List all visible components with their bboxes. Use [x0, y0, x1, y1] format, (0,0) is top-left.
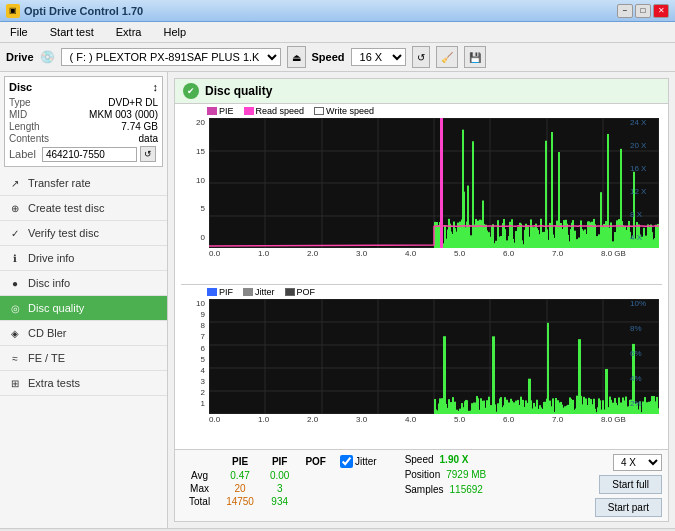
chart2-legend: PIF Jitter POF [175, 287, 668, 297]
length-label: Length [9, 121, 40, 132]
menu-extra[interactable]: Extra [110, 24, 148, 40]
stats-panel: PIE PIF POF Jitter [175, 449, 668, 521]
chart2-y-6: 6 [201, 344, 205, 353]
legend-pof: POF [285, 287, 316, 297]
length-value: 7.74 GB [121, 121, 158, 132]
total-pof [297, 495, 334, 508]
eject-button[interactable]: ⏏ [287, 46, 306, 68]
verify-test-disc-label: Verify test disc [28, 227, 99, 239]
refresh-drive-button[interactable]: ↺ [412, 46, 430, 68]
chart2-yr-4: 4% [630, 374, 642, 383]
position-value: 7929 MB [446, 469, 486, 480]
menu-help[interactable]: Help [157, 24, 192, 40]
avg-label: Avg [181, 469, 218, 482]
speed-stat-label: Speed [405, 454, 434, 465]
jitter-checkbox[interactable] [340, 455, 353, 468]
chart1-yr-20: 20 X [630, 141, 646, 150]
stats-table: PIE PIF POF Jitter [181, 454, 385, 508]
col-header-pif: PIF [262, 454, 297, 469]
disc-info-icon: ● [8, 276, 22, 290]
contents-label: Contents [9, 133, 49, 144]
samples-label: Samples [405, 484, 444, 495]
legend-write-speed: Write speed [314, 106, 374, 116]
type-label: Type [9, 97, 31, 108]
cd-bler-icon: ◈ [8, 326, 22, 340]
label-input[interactable] [42, 147, 137, 162]
fe-te-icon: ≈ [8, 351, 22, 365]
disc-quality-panel: ✔ Disc quality PIE Read speed [174, 78, 669, 522]
test-speed-select[interactable]: 4 X 8 X 16 X [613, 454, 662, 471]
chart2-y-10: 10 [196, 299, 205, 308]
disc-quality-panel-title: Disc quality [205, 84, 272, 98]
col-header-pie: PIE [218, 454, 262, 469]
contents-value: data [139, 133, 158, 144]
max-pif: 3 [262, 482, 297, 495]
chart1-y-0: 0 [201, 233, 205, 242]
menu-file[interactable]: File [4, 24, 34, 40]
clear-button[interactable]: 🧹 [436, 46, 458, 68]
cd-bler-label: CD Bler [28, 327, 67, 339]
disc-quality-label: Disc quality [28, 302, 84, 314]
total-pif: 934 [262, 495, 297, 508]
extra-tests-label: Extra tests [28, 377, 80, 389]
start-full-button[interactable]: Start full [599, 475, 662, 494]
jitter-checkbox-label: Jitter [340, 455, 377, 468]
sidebar: Disc ↕ Type DVD+R DL MID MKM 003 (000) L… [0, 72, 168, 528]
legend-jitter: Jitter [243, 287, 275, 297]
sidebar-item-extra-tests[interactable]: ⊞ Extra tests [0, 371, 167, 396]
transfer-rate-label: Transfer rate [28, 177, 91, 189]
stats-right: Speed 1.90 X Position 7929 MB Samples 11… [405, 454, 487, 495]
legend-read-speed: Read speed [244, 106, 305, 116]
speed-label: Speed [312, 51, 345, 63]
start-part-button[interactable]: Start part [595, 498, 662, 517]
drivebar: Drive 💿 ( F: ) PLEXTOR PX-891SAF PLUS 1.… [0, 43, 675, 72]
avg-pie: 0.47 [218, 469, 262, 482]
chart2-y-2: 2 [201, 388, 205, 397]
fe-te-label: FE / TE [28, 352, 65, 364]
sidebar-item-transfer-rate[interactable]: ↗ Transfer rate [0, 171, 167, 196]
disc-quality-icon: ◎ [8, 301, 22, 315]
disc-info-label: Disc info [28, 277, 70, 289]
sidebar-item-verify-test-disc[interactable]: ✓ Verify test disc [0, 221, 167, 246]
position-label: Position [405, 469, 441, 480]
disc-quality-panel-icon: ✔ [183, 83, 199, 99]
chart2-yr-8: 8% [630, 324, 642, 333]
col-header-empty [181, 454, 218, 469]
transfer-rate-icon: ↗ [8, 176, 22, 190]
sidebar-item-create-test-disc[interactable]: ⊕ Create test disc [0, 196, 167, 221]
samples-value: 115692 [450, 484, 483, 495]
sidebar-item-disc-info[interactable]: ● Disc info [0, 271, 167, 296]
speed-stat-value: 1.90 X [440, 454, 469, 465]
mid-value: MKM 003 (000) [89, 109, 158, 120]
speed-select[interactable]: 16 X 4 X 8 X MAX [351, 48, 406, 66]
drive-info-icon: ℹ [8, 251, 22, 265]
avg-pif: 0.00 [262, 469, 297, 482]
chart1-yr-4: 4 X [630, 233, 642, 242]
legend-pif: PIF [207, 287, 233, 297]
menu-starttest[interactable]: Start test [44, 24, 100, 40]
sidebar-item-disc-quality[interactable]: ◎ Disc quality [0, 296, 167, 321]
extra-tests-icon: ⊞ [8, 376, 22, 390]
drive-select[interactable]: ( F: ) PLEXTOR PX-891SAF PLUS 1.K5 [61, 48, 281, 66]
nav-list: ↗ Transfer rate ⊕ Create test disc ✓ Ver… [0, 171, 167, 396]
chart2-yr-2: 2% [630, 399, 642, 408]
mid-label: MID [9, 109, 27, 120]
sidebar-item-fe-te[interactable]: ≈ FE / TE [0, 346, 167, 371]
label-refresh-button[interactable]: ↺ [140, 146, 156, 162]
chart1-yr-24: 24 X [630, 118, 646, 127]
save-button[interactable]: 💾 [464, 46, 486, 68]
drive-info-label: Drive info [28, 252, 74, 264]
sidebar-item-cd-bler[interactable]: ◈ CD Bler [0, 321, 167, 346]
chart2-yr-6: 6% [630, 349, 642, 358]
chart1-y-10: 10 [196, 176, 205, 185]
maximize-button[interactable]: □ [635, 4, 651, 18]
sidebar-item-drive-info[interactable]: ℹ Drive info [0, 246, 167, 271]
chart2-y-1: 1 [201, 399, 205, 408]
chart2-canvas [209, 299, 659, 414]
chart2-yr-10: 10% [630, 299, 646, 308]
charts-area: PIE Read speed Write speed [175, 104, 668, 521]
minimize-button[interactable]: − [617, 4, 633, 18]
max-pie: 20 [218, 482, 262, 495]
col-header-pof: POF [297, 454, 334, 469]
close-button[interactable]: ✕ [653, 4, 669, 18]
